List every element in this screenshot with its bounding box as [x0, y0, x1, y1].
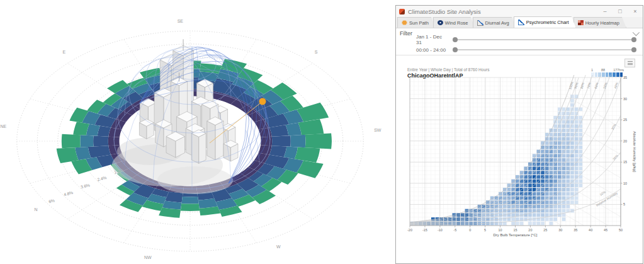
svg-text:-15: -15: [422, 228, 427, 232]
tab-label: Hourly Heatmap: [585, 20, 619, 26]
psychrometric-chart: 100%90%80%70%60%50%40%30%20%10%Relative …: [396, 64, 643, 246]
sun-marker[interactable]: [259, 98, 266, 105]
chart-grid: [410, 77, 621, 226]
close-button[interactable]: ×: [628, 6, 643, 17]
svg-text:40: 40: [589, 228, 592, 232]
slider-row: 00:00 - 24:00: [396, 45, 643, 54]
climatestudio-window: ClimateStudio Site Analysis – □ × Sun Pa…: [395, 5, 643, 264]
svg-text:10: 10: [623, 181, 627, 185]
compass-label: W: [276, 244, 281, 249]
band-teal: [181, 197, 198, 204]
svg-text:-20: -20: [407, 228, 412, 232]
slider-range-label: 00:00 - 24:00: [416, 47, 449, 53]
svg-text:-5: -5: [453, 228, 456, 232]
window-controls: – □ ×: [597, 6, 643, 17]
tab-psychrometric-chart[interactable]: Psychrometric Chart: [514, 16, 576, 28]
divider: [396, 55, 643, 55]
band-teal: [80, 135, 93, 147]
tab-sun-path[interactable]: Sun Path: [397, 17, 436, 28]
titlebar: ClimateStudio Site Analysis – □ ×: [396, 6, 643, 17]
tab-label: Psychrometric Chart: [526, 20, 569, 25]
svg-text:25: 25: [623, 118, 627, 122]
slider-row: Jan 1 - Dec 31: [396, 35, 643, 44]
svg-text:45: 45: [604, 228, 607, 232]
compass-label: N: [35, 207, 38, 212]
svg-text:15: 15: [513, 228, 517, 232]
svg-text:10%: 10%: [599, 190, 606, 197]
svg-text:20: 20: [528, 228, 532, 232]
wind-frequency-scale: 1.2%2.4%3.6%4.8%6%: [48, 168, 123, 204]
svg-text:5: 5: [623, 202, 625, 206]
band-green: [181, 204, 200, 211]
tab-diurnal-avg[interactable]: Diurnal Avg: [473, 17, 516, 28]
slider-handle-min[interactable]: [453, 37, 458, 42]
compass-label: SE: [178, 19, 184, 23]
psychrometric-chart-icon: [518, 20, 524, 25]
svg-text:50: 50: [619, 228, 623, 232]
tab-label: Wind Rose: [445, 20, 468, 26]
y-axis-label: Absolute Humidity [g/kg]: [633, 131, 636, 172]
site-analysis-3d-view: SESSWWNWNNEE1.2%2.4%3.6%4.8%6%: [0, 0, 395, 264]
tab-bar: Sun PathWind RoseDiurnal AvgPsychrometri…: [396, 17, 643, 28]
svg-text:80%: 80%: [579, 82, 585, 89]
svg-text:0: 0: [469, 228, 471, 232]
svg-text:40%: 40%: [613, 82, 619, 89]
svg-text:35: 35: [623, 76, 627, 79]
svg-text:10: 10: [499, 228, 502, 232]
window-title: ClimateStudio Site Analysis: [408, 8, 597, 15]
svg-text:50%: 50%: [602, 82, 608, 89]
svg-text:4.8%: 4.8%: [64, 190, 74, 197]
band-blue: [93, 136, 108, 147]
svg-text:25: 25: [543, 228, 547, 232]
tab-hourly-heatmap[interactable]: Hourly Heatmap: [573, 17, 626, 28]
slider-handle-max[interactable]: [631, 37, 636, 42]
svg-text:30: 30: [558, 228, 562, 232]
wind-rose-icon: [438, 20, 443, 25]
slider-track[interactable]: [455, 39, 634, 40]
svg-text:5: 5: [484, 228, 486, 232]
band-blue: [272, 135, 291, 147]
x-axis-label: Dry Bulb Temperature [°C]: [494, 233, 538, 237]
svg-text:15: 15: [623, 160, 627, 164]
svg-text:6%: 6%: [48, 198, 55, 204]
compass-label: SW: [374, 128, 381, 132]
slider-handle-min[interactable]: [453, 47, 458, 52]
svg-text:-10: -10: [438, 228, 443, 232]
tab-wind-rose[interactable]: Wind Rose: [433, 17, 475, 28]
svg-text:35: 35: [573, 228, 577, 232]
band-teal: [290, 135, 305, 147]
hour-frequency-cells: [410, 95, 583, 225]
slider-range-label: Jan 1 - Dec 31: [416, 34, 449, 45]
svg-text:2.4%: 2.4%: [97, 175, 107, 181]
compass-label: NE: [0, 124, 6, 129]
chart-axes: -20-15-10-505101520253035404550Dry Bulb …: [407, 76, 636, 237]
compass-label: E: [63, 50, 66, 54]
compass-label: NW: [144, 255, 152, 260]
svg-text:20: 20: [623, 139, 627, 143]
tab-label: Diurnal Avg: [485, 20, 509, 26]
tab-label: Sun Path: [409, 20, 429, 26]
svg-text:60%: 60%: [594, 82, 599, 89]
minimize-button[interactable]: –: [597, 6, 613, 17]
slider-handle-max[interactable]: [631, 47, 636, 52]
app-logo-icon: [399, 9, 405, 14]
sun-icon: [402, 20, 407, 25]
screenshot-root: SESSWWNWNNEE1.2%2.4%3.6%4.8%6% ClimateSt…: [0, 0, 644, 264]
compass-label: S: [315, 50, 318, 54]
svg-text:30: 30: [623, 97, 627, 101]
heatmap-icon: [578, 20, 584, 25]
maximize-button[interactable]: □: [613, 6, 628, 17]
band-green: [62, 134, 81, 149]
slider-track[interactable]: [455, 49, 634, 50]
svg-text:100%: 100%: [568, 81, 574, 90]
band-green: [305, 134, 332, 149]
diurnal-chart-icon: [477, 20, 483, 26]
svg-text:3.6%: 3.6%: [80, 183, 90, 189]
svg-text:20%: 20%: [612, 154, 619, 161]
